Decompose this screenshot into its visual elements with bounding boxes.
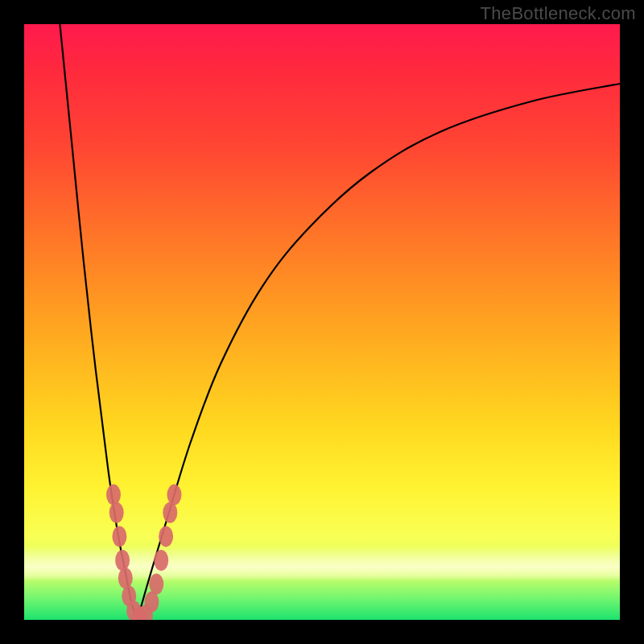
chart-frame: TheBottleneck.com (0, 0, 644, 644)
watermark-text: TheBottleneck.com (481, 3, 636, 24)
sample-marker (149, 574, 163, 595)
sample-marker (159, 526, 173, 547)
sample-marker (109, 502, 124, 523)
sample-marker (144, 592, 159, 613)
sample-marker (163, 502, 177, 523)
sample-marker (106, 485, 121, 506)
plot-area (24, 24, 620, 620)
sample-marker (118, 568, 133, 588)
v-curve (60, 24, 620, 620)
curve-left-branch (60, 24, 137, 620)
sample-marker (112, 526, 126, 547)
curve-layer (24, 24, 620, 620)
sample-marker (167, 485, 181, 506)
sample-marker (115, 550, 130, 571)
curve-right-branch (138, 84, 620, 620)
sample-marker (154, 550, 168, 571)
